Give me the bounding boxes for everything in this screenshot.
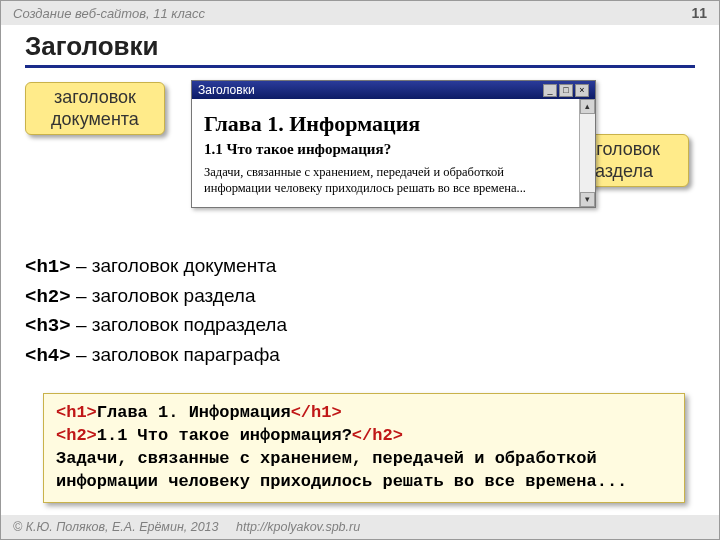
title-underline — [25, 65, 695, 68]
close-icon[interactable]: × — [575, 84, 589, 97]
def-h3: <h3> – заголовок подраздела — [25, 311, 287, 341]
footer: © К.Ю. Поляков, Е.А. Ерёмин, 2013 http:/… — [1, 515, 719, 539]
close-h2-tag: </h2> — [352, 426, 403, 445]
window-controls: _ □ × — [543, 84, 589, 97]
def-h2: <h2> – заголовок раздела — [25, 282, 287, 312]
minimize-icon[interactable]: _ — [543, 84, 557, 97]
desc-h2: – заголовок раздела — [71, 285, 256, 306]
window-body: Глава 1. Информация 1.1 Что такое информ… — [192, 99, 579, 207]
window-title: Заголовки — [198, 83, 255, 97]
slide-title-wrap: Заголовки — [1, 25, 719, 72]
tag-h1: <h1> — [25, 256, 71, 278]
scroll-up-icon[interactable]: ▴ — [580, 99, 595, 114]
top-bar: Создание веб-сайтов, 11 класс 11 — [1, 1, 719, 25]
maximize-icon[interactable]: □ — [559, 84, 573, 97]
browser-window: Заголовки _ □ × Глава 1. Информация 1.1 … — [191, 80, 596, 208]
tag-h4: <h4> — [25, 345, 71, 367]
def-h4: <h4> – заголовок параграфа — [25, 341, 287, 371]
code-line-2: <h2>1.1 Что такое информация?</h2> — [56, 425, 672, 448]
code-h1-text: Глава 1. Информация — [97, 403, 291, 422]
sample-h2: 1.1 Что такое информация? — [204, 141, 567, 158]
copyright: © К.Ю. Поляков, Е.А. Ерёмин, 2013 — [13, 520, 219, 534]
open-h1-tag: <h1> — [56, 403, 97, 422]
desc-h3: – заголовок подраздела — [71, 314, 287, 335]
page-number: 11 — [691, 5, 707, 21]
content-area: заголовок документа заголовок раздела За… — [1, 72, 719, 432]
desc-h4: – заголовок параграфа — [71, 344, 280, 365]
footer-url: http://kpolyakov.spb.ru — [236, 520, 360, 534]
code-example: <h1>Глава 1. Информация</h1> <h2>1.1 Что… — [43, 393, 685, 503]
course-name: Создание веб-сайтов, 11 класс — [13, 6, 205, 21]
open-h2-tag: <h2> — [56, 426, 97, 445]
code-line-1: <h1>Глава 1. Информация</h1> — [56, 402, 672, 425]
scroll-down-icon[interactable]: ▾ — [580, 192, 595, 207]
sample-paragraph: Задачи, связанные с хранением, передачей… — [204, 164, 567, 197]
tag-h3: <h3> — [25, 315, 71, 337]
def-h1: <h1> – заголовок документа — [25, 252, 287, 282]
tag-h2: <h2> — [25, 286, 71, 308]
window-titlebar: Заголовки _ □ × — [192, 81, 595, 99]
sample-h1: Глава 1. Информация — [204, 111, 567, 137]
close-h1-tag: </h1> — [291, 403, 342, 422]
scrollbar[interactable]: ▴ ▾ — [579, 99, 595, 207]
slide-title: Заголовки — [25, 31, 695, 62]
code-line-3: Задачи, связанные с хранением, передачей… — [56, 448, 672, 494]
callout-document-heading: заголовок документа — [25, 82, 165, 135]
heading-definitions: <h1> – заголовок документа <h2> – заголо… — [25, 252, 287, 370]
scroll-track[interactable] — [580, 114, 595, 192]
code-h2-text: 1.1 Что такое информация? — [97, 426, 352, 445]
desc-h1: – заголовок документа — [71, 255, 277, 276]
